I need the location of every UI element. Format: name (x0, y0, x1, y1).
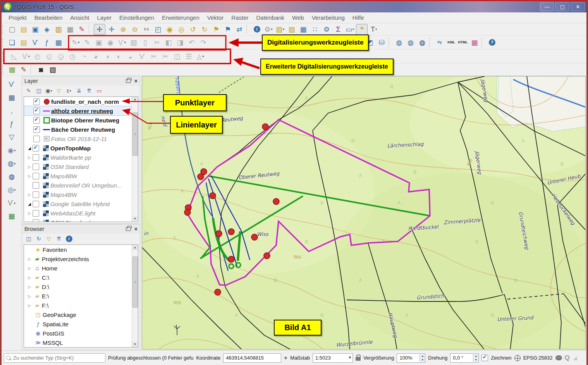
collapse-all-button[interactable]: ⇈ (84, 86, 94, 95)
browser-item[interactable]: ▷ ▰ C:\ (24, 273, 132, 282)
render-checkbox[interactable] (481, 355, 488, 361)
simplify-feature-button[interactable]: ◶ (55, 52, 66, 62)
close-panel-icon[interactable]: × (134, 78, 138, 84)
add-raster-layer-button[interactable]: ▦ (5, 92, 18, 103)
browser-item[interactable]: ▷ ▰ F:\ (24, 301, 132, 310)
split-features-button[interactable]: ✂ (160, 52, 171, 62)
maximize-button[interactable]: ▢ (555, 2, 569, 11)
layer-checkbox[interactable] (33, 201, 39, 207)
layer-checkbox[interactable] (33, 108, 40, 114)
add-ring-button[interactable]: ◷ (67, 52, 78, 62)
layer-item[interactable]: fundliste_or_nach_norm (24, 97, 132, 106)
layer-checkbox[interactable] (33, 182, 39, 189)
toggle-editing-button[interactable]: ✎ (82, 38, 93, 48)
undo-button[interactable]: ↶ (186, 38, 197, 48)
globe-plugin-2-button[interactable]: ◍ (405, 38, 416, 48)
browser-properties-button[interactable]: i (64, 234, 74, 243)
add-wms-layer-button-dropdown[interactable]: ▾ (14, 162, 15, 165)
vertex-tool-button-dropdown[interactable]: ▾ (124, 41, 126, 44)
scroll-down-icon[interactable]: ▼ (132, 342, 138, 347)
browser-item[interactable]: ★ Favoriten (24, 245, 132, 254)
menu-layer[interactable]: Layer (93, 12, 115, 23)
layer-checkbox[interactable] (33, 191, 39, 198)
layer-item[interactable]: ◢ OpenTopoMap (24, 143, 132, 153)
rotation-spinbox[interactable]: 0,0 ° ▲▼ (450, 353, 479, 363)
remove-layer-button[interactable]: ▭ (95, 86, 104, 95)
menu-verarbeitung[interactable]: Verarbeitung (308, 12, 349, 23)
text-annotation-button-dropdown[interactable]: ▾ (375, 28, 377, 31)
layer-item[interactable]: ▷ Maps4BW (24, 190, 132, 199)
expander-icon[interactable]: ▷ (26, 294, 33, 298)
fill-ring-button[interactable]: ◕ (90, 52, 101, 62)
expand-all-button[interactable]: ⇊ (74, 86, 84, 95)
manage-visibility-button[interactable]: ◉▾ (44, 86, 53, 95)
scrollbar-thumb[interactable]: ≡ (132, 112, 138, 156)
browser-item[interactable]: ◳ GeoPackage (24, 310, 132, 319)
layout-manager-button[interactable]: ▦ (65, 24, 76, 34)
filter-by-expression-button-dropdown[interactable]: ▾ (70, 89, 71, 93)
rotate-feature-button[interactable]: ◵ (44, 52, 55, 62)
browser-item[interactable]: ◉ PostGIS (24, 329, 132, 338)
browser-item[interactable]: ▷ ▰ E:\ (24, 291, 132, 301)
menu-datenbank[interactable]: Datenbank (253, 12, 289, 23)
browser-item[interactable]: ▷ ▰ Projektverzeichnis (24, 254, 132, 263)
expander-icon[interactable]: ▷ (26, 174, 33, 178)
map-tips-button[interactable]: ❝ (356, 24, 368, 35)
crs-status[interactable]: EPSG:25832 (523, 355, 553, 361)
refresh-browser-button[interactable]: ↻ (34, 234, 43, 243)
zoom-in-button[interactable]: ⊕ (118, 24, 129, 34)
select-features-button[interactable]: ▧▾ (275, 24, 285, 34)
expander-icon[interactable]: ▷ (26, 275, 33, 280)
processing-toolbox-button[interactable]: ⚙ (321, 24, 332, 34)
offset-curve-button[interactable]: ◒ (125, 52, 136, 62)
zoom-to-selection-button[interactable]: ◉ (164, 24, 175, 34)
layer-item[interactable]: Biotope Oberer Reutweg (24, 115, 132, 125)
layer-item[interactable]: altholz oberer reutweg (24, 106, 132, 115)
new-bookmark-button[interactable]: ⚑ (211, 24, 222, 34)
run-feature-action-button-dropdown[interactable]: ▾ (271, 28, 273, 31)
reshape-features-button[interactable]: Ѵ (137, 52, 148, 62)
filter-legend-button[interactable]: ▽ (54, 86, 64, 95)
menu-web[interactable]: Web (288, 12, 308, 23)
close-button[interactable]: ✕ (571, 2, 585, 11)
add-postgis-layer-button[interactable]: ◉▾ (5, 145, 18, 156)
select-features-button-dropdown[interactable]: ▾ (283, 28, 284, 31)
kml-tools-button[interactable]: KML (446, 38, 457, 48)
filter-browser-button[interactable]: ▽ (44, 234, 53, 243)
add-wms-layer-button[interactable]: ◍▾ (5, 158, 18, 169)
save-project-as-button[interactable]: ◈ (41, 24, 52, 34)
modify-attributes-button[interactable]: ▨ (128, 38, 139, 48)
magnifier-spinbox[interactable]: 100% ▲▼ (397, 353, 425, 363)
measure-button-dropdown[interactable]: ▾ (352, 28, 354, 31)
toolbar-handle[interactable] (2, 52, 5, 61)
text-annotation-button[interactable]: T▾ (368, 24, 379, 34)
layer-item[interactable]: ▷ OSM Standard (24, 162, 132, 171)
spin-down-icon[interactable]: ▼ (473, 358, 478, 362)
expander-icon[interactable]: ▷ (26, 211, 33, 215)
expander-icon[interactable]: ◢ (26, 146, 33, 150)
run-feature-action-button[interactable]: ⚙▾ (263, 24, 274, 34)
zoom-next-button[interactable]: ↻ (199, 24, 210, 34)
new-shapefile-button-dropdown[interactable]: ▾ (14, 201, 15, 205)
scroll-up-icon[interactable]: ▲ (132, 245, 138, 250)
layer-checkbox[interactable] (33, 117, 40, 124)
menu-erweiterungen[interactable]: Erweiterungen (158, 12, 203, 23)
new-project-button[interactable]: ▢ (7, 24, 17, 34)
copy-features-button[interactable]: ◧ (163, 38, 174, 48)
expander-icon[interactable]: ▷ (26, 285, 33, 289)
browser-item[interactable]: ƒ SpatiaLite (24, 319, 132, 329)
paste-features-button[interactable]: ◨ (175, 38, 186, 48)
add-postgis-layer-button-dropdown[interactable]: ▾ (14, 149, 15, 152)
layer-checkbox[interactable] (33, 219, 39, 222)
new-geopackage-button[interactable]: ▦ (5, 211, 18, 222)
float-panel-icon[interactable] (126, 227, 131, 231)
layer-checkbox[interactable] (33, 173, 39, 179)
spin-down-icon[interactable]: ▼ (420, 358, 425, 362)
database-manager-button[interactable]: ⛁ (376, 38, 387, 48)
toolbar-handle[interactable] (2, 25, 5, 34)
vertex-editor-button[interactable]: ☰ (183, 52, 194, 62)
manage-visibility-button-dropdown[interactable]: ▾ (51, 89, 52, 93)
measure-button[interactable]: ▭▾ (344, 24, 355, 34)
layer-checkbox[interactable] (33, 136, 40, 142)
coordinate-field[interactable]: 463914,5408815 (223, 353, 281, 363)
